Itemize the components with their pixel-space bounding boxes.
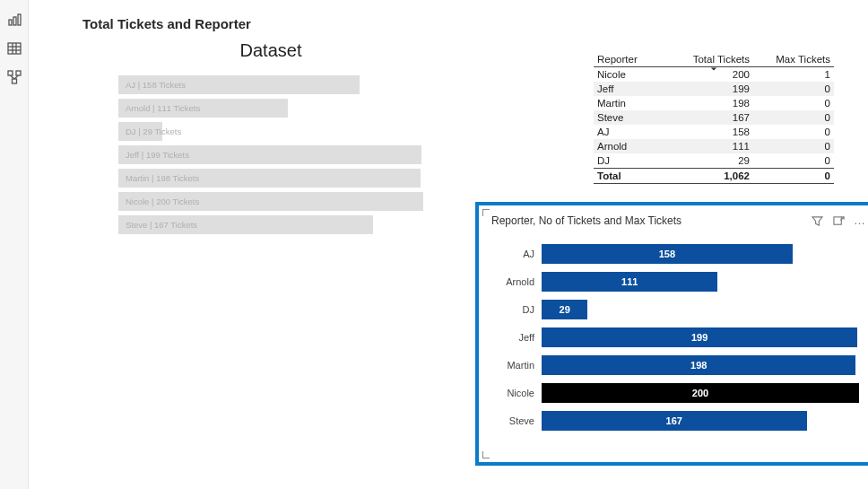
report-canvas: Total Tickets and Reporter Dataset AJ | … — [29, 0, 868, 489]
total-max: 0 — [753, 169, 834, 183]
table-visual[interactable]: Reporter Total Tickets Max Tickets Nicol… — [594, 52, 834, 184]
svg-rect-8 — [8, 71, 13, 75]
table-row[interactable]: Arnold1110 — [594, 139, 834, 153]
bar-chart-header: Reporter, No of Tickets and Max Tickets … — [482, 209, 868, 231]
table-cell: Steve — [594, 110, 673, 125]
dataset-bar[interactable]: AJ | 158 Tickets — [118, 75, 360, 94]
svg-rect-0 — [9, 20, 12, 25]
col-max-tickets[interactable]: Max Tickets — [753, 52, 834, 66]
svg-rect-1 — [13, 17, 16, 25]
bar-category-label: Steve — [491, 415, 542, 426]
table-cell: DJ — [594, 153, 673, 168]
sort-desc-icon — [710, 65, 717, 73]
bar-row[interactable]: Nicole200 — [491, 382, 859, 404]
svg-rect-9 — [16, 71, 21, 75]
bar-chart-body: AJ158Arnold111DJ29Jeff199Martin198Nicole… — [482, 231, 868, 447]
more-options-icon[interactable]: … — [854, 216, 866, 225]
table-cell: 0 — [753, 125, 834, 139]
table-cell: 0 — [753, 153, 834, 168]
table-cell: AJ — [594, 125, 673, 139]
bar-chart-title: Reporter, No of Tickets and Max Tickets — [491, 214, 681, 227]
table-cell: 158 — [673, 125, 753, 139]
view-rail — [0, 0, 29, 489]
bar-track: 198 — [542, 355, 859, 375]
bar[interactable]: 167 — [542, 411, 807, 431]
bar[interactable]: 158 — [542, 244, 793, 264]
bar[interactable]: 111 — [542, 272, 717, 292]
bar-category-label: DJ — [491, 304, 542, 315]
bar-row[interactable]: Martin198 — [491, 354, 859, 376]
model-view-icon[interactable] — [5, 68, 23, 86]
table-cell: Nicole — [594, 67, 673, 82]
table-row[interactable]: Steve1670 — [594, 110, 834, 125]
table-cell: 199 — [673, 82, 753, 96]
bar-row[interactable]: DJ29 — [491, 299, 859, 320]
bar-track: 167 — [542, 411, 859, 431]
svg-rect-3 — [8, 43, 21, 54]
bar-track: 158 — [542, 244, 859, 264]
bar-category-label: Martin — [491, 360, 542, 371]
total-tickets: 1,062 — [673, 169, 753, 183]
bar-track: 200 — [542, 383, 859, 403]
bar-track: 199 — [542, 327, 859, 347]
bar[interactable]: 199 — [542, 327, 857, 347]
bar-row[interactable]: AJ158 — [491, 243, 859, 265]
chart-a-title: Total Tickets and Reporter — [82, 16, 841, 31]
svg-rect-10 — [12, 79, 16, 83]
bar-category-label: AJ — [491, 249, 542, 259]
bar-track: 111 — [542, 272, 859, 292]
col-total-tickets[interactable]: Total Tickets — [673, 52, 753, 66]
table-row[interactable]: Martin1980 — [594, 96, 834, 110]
total-label: Total — [594, 169, 673, 183]
bar-category-label: Jeff — [491, 332, 542, 343]
table-total-row: Total 1,062 0 — [594, 168, 834, 184]
table-cell: 1 — [753, 67, 834, 82]
table-cell: Jeff — [594, 82, 673, 96]
svg-rect-2 — [18, 14, 21, 25]
bar-row[interactable]: Arnold111 — [491, 271, 859, 293]
bar-row[interactable]: Jeff199 — [491, 327, 859, 348]
chart-a-subtitle: Dataset — [118, 40, 423, 61]
table-cell: 198 — [673, 96, 753, 110]
resize-handle-tl[interactable] — [482, 209, 490, 216]
table-cell: 0 — [753, 110, 834, 125]
table-cell: 0 — [753, 139, 834, 153]
bar-category-label: Arnold — [491, 276, 542, 287]
table-cell: Arnold — [594, 139, 673, 153]
dataset-bar[interactable]: Steve | 167 Tickets — [118, 215, 373, 234]
table-cell: 111 — [673, 139, 753, 153]
col-reporter[interactable]: Reporter — [594, 52, 673, 66]
bar-chart-visual[interactable]: Reporter, No of Tickets and Max Tickets … — [475, 202, 868, 466]
svg-rect-13 — [833, 216, 840, 223]
bar-row[interactable]: Steve167 — [491, 410, 859, 432]
dataset-bar[interactable]: Arnold | 111 Tickets — [118, 99, 288, 118]
report-view-icon[interactable] — [5, 11, 23, 29]
bar-category-label: Nicole — [491, 388, 542, 398]
table-cell: Martin — [594, 96, 673, 110]
table-row[interactable]: AJ1580 — [594, 125, 834, 139]
filter-icon[interactable] — [811, 214, 823, 227]
dataset-bar-list[interactable]: AJ | 158 TicketsArnold | 111 TicketsDJ |… — [118, 75, 423, 234]
table-cell: 29 — [673, 153, 753, 168]
table-row[interactable]: DJ290 — [594, 153, 834, 168]
bar-track: 29 — [542, 300, 859, 319]
table-cell: 0 — [753, 96, 834, 110]
table-row[interactable]: Jeff1990 — [594, 82, 834, 96]
focus-mode-icon[interactable] — [832, 214, 845, 227]
resize-handle-bl[interactable] — [482, 451, 490, 458]
bar[interactable]: 29 — [542, 300, 587, 319]
dataset-bar[interactable]: Nicole | 200 Tickets — [118, 192, 423, 211]
table-body: Nicole2001Jeff1990Martin1980Steve1670AJ1… — [594, 67, 834, 168]
table-cell: 167 — [673, 110, 753, 125]
table-header: Reporter Total Tickets Max Tickets — [594, 52, 834, 67]
dataset-bar[interactable]: Jeff | 199 Tickets — [118, 145, 421, 164]
visual-header-icons: … — [811, 214, 866, 227]
table-cell: 0 — [753, 82, 834, 96]
col-total-tickets-label: Total Tickets — [693, 54, 750, 65]
bar[interactable]: 198 — [542, 355, 855, 375]
dataset-bar[interactable]: DJ | 29 Tickets — [118, 122, 162, 141]
data-view-icon[interactable] — [5, 39, 23, 57]
dataset-bar[interactable]: Martin | 198 Tickets — [118, 169, 421, 188]
bar-highlighted[interactable]: 200 — [542, 383, 859, 403]
